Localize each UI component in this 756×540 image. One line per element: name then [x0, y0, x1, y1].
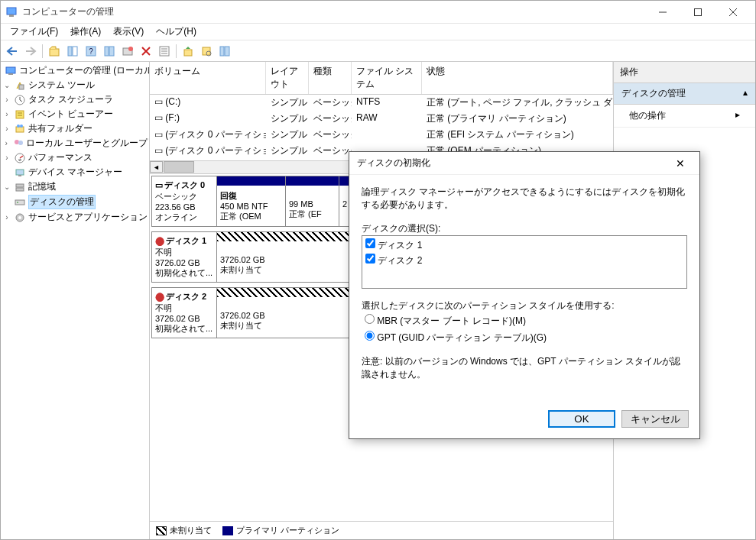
svg-point-37: [20, 124, 23, 128]
partition-style-label: 選択したディスクに次のパーティション スタイルを使用する:: [362, 299, 687, 312]
init-disk-dialog: ディスクの初期化 ✕ 論理ディスク マネージャーがアクセスできるようにするにはデ…: [349, 151, 700, 439]
svg-point-14: [128, 47, 133, 51]
disk0-info: ▭ディスク 0 ベーシック 223.56 GB オンライン: [152, 176, 217, 226]
partition[interactable]: 99 MB正常 (EF: [286, 176, 339, 226]
tree-task[interactable]: ›タスク スケジューラ: [1, 92, 149, 107]
tree-diskmgmt[interactable]: ディスクの管理: [1, 194, 149, 210]
refresh-button[interactable]: [119, 43, 136, 60]
svg-rect-8: [73, 47, 77, 56]
svg-rect-25: [225, 47, 229, 56]
col-fs[interactable]: ファイル システム: [352, 62, 422, 94]
svg-text:⊘: ⊘: [18, 157, 21, 162]
disk1-checkbox[interactable]: ディスク 1: [364, 238, 685, 253]
tree-perf[interactable]: ›⊘パフォーマンス: [1, 150, 149, 165]
svg-rect-35: [16, 127, 24, 132]
tree-systools[interactable]: ⌄システム ツール: [1, 78, 149, 92]
drive-icon: ▭: [154, 96, 163, 107]
minimize-button[interactable]: [645, 1, 680, 24]
up-button[interactable]: [46, 43, 63, 60]
disk2-info: ⬤ディスク 2 不明 3726.02 GB 初期化されて...: [152, 288, 217, 338]
svg-rect-0: [7, 8, 16, 15]
settings-button[interactable]: [156, 43, 173, 60]
volume-row[interactable]: ▭ (F:)シンプルベーシックRAW正常 (プライマリ パーティション): [150, 111, 613, 127]
extra3-button[interactable]: [216, 43, 233, 60]
svg-rect-42: [16, 170, 24, 175]
delete-button[interactable]: [138, 43, 154, 60]
svg-rect-28: [19, 85, 24, 89]
svg-point-36: [17, 124, 20, 128]
back-button[interactable]: [4, 43, 21, 60]
extra1-button[interactable]: [180, 43, 196, 60]
disk-warn-icon: ⬤: [155, 292, 164, 302]
svg-rect-27: [8, 73, 13, 75]
svg-rect-24: [220, 47, 224, 56]
nav-tree[interactable]: コンピューターの管理 (ローカル) ⌄システム ツール ›タスク スケジューラ …: [1, 62, 150, 539]
legend: 未割り当て プライマリ パーティション: [150, 521, 613, 539]
volume-row[interactable]: ▭ (ディスク 0 パーティション 2)シンプルベーシック正常 (EFI システ…: [150, 127, 613, 143]
svg-rect-12: [109, 47, 114, 56]
disk-warn-icon: ⬤: [155, 236, 164, 246]
forward-button[interactable]: [22, 43, 39, 60]
partition[interactable]: 回復450 MB NTF正常 (OEM: [217, 176, 286, 226]
window-title: コンピューターの管理: [22, 5, 645, 18]
ok-button[interactable]: OK: [548, 410, 615, 428]
disk-select-label: ディスクの選択(S):: [362, 222, 687, 235]
drive-icon: ▭: [154, 145, 163, 156]
svg-rect-6: [50, 49, 59, 56]
cancel-button[interactable]: キャンセル: [621, 410, 689, 428]
svg-point-49: [18, 216, 21, 219]
app-icon: [5, 6, 18, 18]
maximize-button[interactable]: [680, 1, 715, 24]
actions-section[interactable]: ディスクの管理▴: [614, 83, 755, 105]
disk1-info: ⬤ディスク 1 不明 3726.02 GB 初期化されて...: [152, 232, 217, 282]
dialog-close-button[interactable]: ✕: [669, 152, 692, 175]
toolbar: ?: [1, 40, 755, 62]
svg-rect-1: [9, 15, 14, 17]
col-status[interactable]: 状態: [422, 62, 613, 94]
tree-share[interactable]: ›共有フォルダー: [1, 121, 149, 136]
actions-other[interactable]: 他の操作▸: [614, 105, 755, 128]
mbr-radio[interactable]: MBR (マスター ブート レコード)(M): [362, 312, 687, 329]
disk-icon: ▭: [155, 180, 163, 190]
menu-action[interactable]: 操作(A): [66, 24, 105, 40]
volume-row[interactable]: ▭ (C:)シンプルベーシックNTFS正常 (ブート, ページ ファイル, クラ…: [150, 95, 613, 111]
collapse-icon: ▴: [743, 87, 748, 100]
expand-icon: ▸: [735, 109, 740, 122]
svg-rect-43: [18, 175, 21, 176]
dialog-title: ディスクの初期化: [357, 157, 669, 170]
drive-icon: ▭: [154, 112, 163, 123]
menubar: ファイル(F) 操作(A) 表示(V) ヘルプ(H): [1, 24, 755, 40]
col-layout[interactable]: レイアウト: [266, 62, 309, 94]
tree-devmgr[interactable]: デバイス マネージャー: [1, 165, 149, 179]
svg-rect-11: [105, 47, 109, 56]
menu-help[interactable]: ヘルプ(H): [151, 24, 201, 40]
svg-rect-46: [15, 200, 24, 205]
tree-storage[interactable]: ⌄記憶域: [1, 179, 149, 194]
svg-rect-44: [16, 184, 24, 187]
actions-header: 操作: [614, 62, 755, 83]
tree-event[interactable]: ›イベント ビューアー: [1, 107, 149, 121]
disk2-checkbox[interactable]: ディスク 2: [364, 253, 685, 268]
disk-select-list[interactable]: ディスク 1 ディスク 2: [362, 235, 687, 289]
svg-point-47: [17, 202, 18, 203]
col-type[interactable]: 種類: [309, 62, 352, 94]
col-volume[interactable]: ボリューム: [150, 62, 266, 94]
tree-users[interactable]: ›ローカル ユーザーとグループ: [1, 136, 149, 150]
svg-point-39: [18, 141, 23, 145]
menu-view[interactable]: 表示(V): [109, 24, 148, 40]
close-button[interactable]: [715, 1, 751, 24]
tree-root[interactable]: コンピューターの管理 (ローカル): [1, 63, 149, 78]
extra2-button[interactable]: [198, 43, 215, 60]
svg-point-38: [15, 140, 19, 144]
help-button[interactable]: ?: [83, 43, 99, 60]
svg-rect-3: [695, 8, 702, 15]
show-hide-tree-button[interactable]: [64, 43, 81, 60]
svg-rect-21: [184, 50, 192, 56]
dialog-note: 注意: 以前のバージョンの Windows では、GPT パーティション スタイ…: [362, 355, 687, 381]
gpt-radio[interactable]: GPT (GUID パーティション テーブル)(G): [362, 329, 687, 346]
volume-list-header: ボリューム レイアウト 種類 ファイル システム 状態: [150, 62, 613, 95]
menu-file[interactable]: ファイル(F): [5, 24, 63, 40]
properties-button[interactable]: [101, 43, 118, 60]
titlebar: コンピューターの管理: [1, 1, 755, 24]
tree-svc[interactable]: ›サービスとアプリケーション: [1, 210, 149, 225]
